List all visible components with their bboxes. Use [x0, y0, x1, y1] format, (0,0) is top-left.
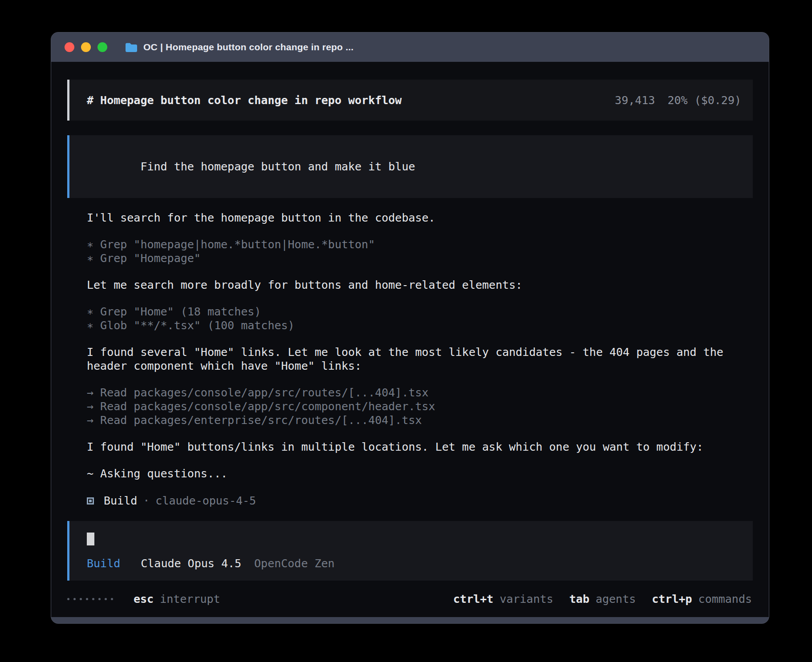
assistant-text: I found several "Home" links. Let me loo… [87, 345, 753, 359]
shortcut-interrupt: esc interrupt [134, 593, 220, 605]
token-count: 39,413 [615, 94, 655, 107]
title-group: OC | Homepage button color change in rep… [125, 42, 353, 52]
shortcut-key: esc [134, 593, 154, 605]
shortcut-label: variants [499, 593, 553, 605]
assistant-working-text: ~ Asking questions... [87, 467, 753, 480]
user-message-text: Find the homepage button and make it blu… [140, 160, 415, 173]
assistant-text: I found "Home" buttons/links in multiple… [87, 440, 753, 454]
session-stats: 39,413 20% ($0.29) [615, 94, 741, 107]
desktop: OC | Homepage button color change in rep… [0, 0, 812, 662]
user-message: Find the homepage button and make it blu… [67, 135, 753, 198]
context-usage: 20% ($0.29) [667, 94, 741, 107]
assistant-text: Let me search more broadly for buttons a… [87, 278, 753, 292]
input-meta-row: Build Claude Opus 4.5 OpenCode Zen [87, 557, 741, 570]
assistant-text: header component which have "Home" links… [87, 359, 753, 373]
agent-name: Build [104, 494, 137, 508]
traffic-lights [65, 42, 107, 52]
tool-call-read: → Read packages/console/app/src/componen… [87, 400, 753, 413]
zoom-button[interactable] [97, 42, 107, 52]
agent-status-row: Build · claude-opus-4-5 [87, 494, 753, 508]
shortcut-commands: ctrl+p commands [652, 593, 752, 605]
agent-model: claude-opus-4-5 [155, 494, 256, 508]
prompt-input[interactable]: Build Claude Opus 4.5 OpenCode Zen [67, 521, 753, 581]
tool-call-group: → Read packages/console/app/src/routes/[… [67, 386, 753, 427]
tool-call-glob: ∗ Glob "**/*.tsx" (100 matches) [87, 319, 753, 332]
shortcut-key: ctrl+p [652, 593, 692, 605]
tool-call-grep: ∗ Grep "Homepage" [87, 251, 753, 265]
shortcut-agents: tab agents [569, 593, 636, 605]
mode-label[interactable]: Build [87, 557, 120, 570]
tool-call-group: ∗ Grep "homepage|home.*button|Home.*butt… [67, 238, 753, 265]
session-title: # Homepage button color change in repo w… [87, 94, 402, 107]
tool-call-group: ∗ Grep "Home" (18 matches) ∗ Glob "**/*.… [67, 305, 753, 332]
assistant-text: I'll search for the homepage button in t… [87, 211, 753, 225]
shortcut-label: interrupt [160, 593, 220, 605]
shortcut-key: tab [569, 593, 589, 605]
tool-call-read: → Read packages/enterprise/src/routes/[.… [87, 413, 753, 427]
minimize-button[interactable] [81, 42, 91, 52]
shortcut-variants: ctrl+t variants [453, 593, 553, 605]
provider-label: OpenCode Zen [254, 557, 335, 570]
shortcut-key: ctrl+t [453, 593, 493, 605]
close-button[interactable] [65, 42, 74, 52]
model-label[interactable]: Claude Opus 4.5 [141, 557, 241, 570]
assistant-paragraph: I found several "Home" links. Let me loo… [67, 345, 753, 373]
shortcut-label: commands [698, 593, 752, 605]
agent-icon [87, 497, 94, 505]
text-cursor [87, 533, 94, 545]
tool-call-grep: ∗ Grep "Home" (18 matches) [87, 305, 753, 319]
separator-dot: · [143, 494, 150, 508]
tool-call-read: → Read packages/console/app/src/routes/[… [87, 386, 753, 400]
session-header: # Homepage button color change in repo w… [67, 80, 753, 121]
folder-icon [125, 42, 138, 52]
spinner [67, 598, 113, 600]
shortcut-label: agents [596, 593, 636, 605]
statusbar: esc interrupt ctrl+t variants tab agents… [67, 593, 753, 605]
statusbar-right: ctrl+t variants tab agents ctrl+p comman… [453, 593, 752, 605]
titlebar[interactable]: OC | Homepage button color change in rep… [51, 32, 769, 62]
statusbar-left: esc interrupt [67, 593, 220, 605]
window-title: OC | Homepage button color change in rep… [143, 42, 353, 52]
terminal-body: # Homepage button color change in repo w… [51, 62, 769, 617]
terminal-window: OC | Homepage button color change in rep… [51, 32, 769, 623]
tool-call-grep: ∗ Grep "homepage|home.*button|Home.*butt… [87, 238, 753, 251]
